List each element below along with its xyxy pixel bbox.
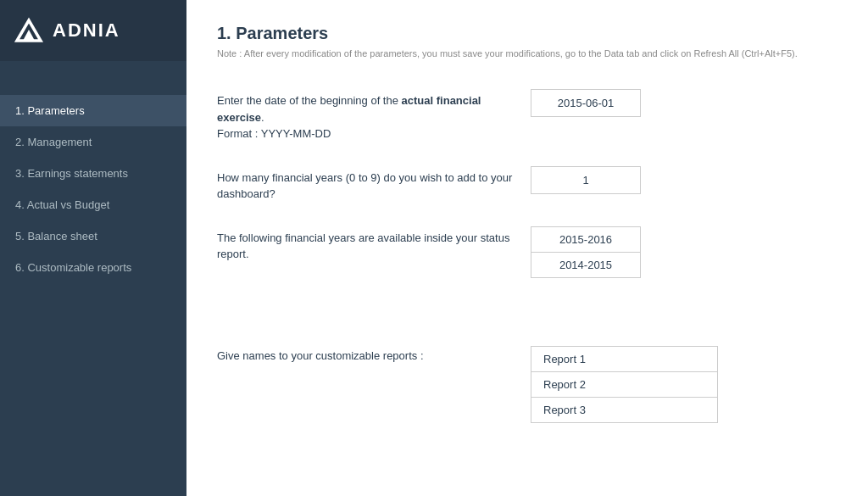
param-value-start-date[interactable]: 2015-06-01: [531, 89, 641, 117]
param-row-start-date: Enter the date of the beginning of the a…: [217, 89, 837, 142]
param-row-available-years: The following financial years are availa…: [217, 226, 837, 278]
sidebar-item-balance-sheet[interactable]: 5. Balance sheet: [0, 220, 186, 252]
param-value-available-years: 2015-2016 2014-2015: [531, 226, 641, 278]
param-label-financial-years: How many financial years (0 to 9) do you…: [217, 166, 531, 203]
adnia-logo-icon: [14, 15, 44, 46]
sidebar-item-management[interactable]: 2. Management: [0, 126, 186, 158]
param-row-financial-years: How many financial years (0 to 9) do you…: [217, 166, 837, 203]
report-cell-1[interactable]: Report 1: [531, 346, 718, 371]
available-year-1: 2015-2016: [531, 227, 640, 253]
sidebar-nav: 1. Parameters 2. Management 3. Earnings …: [0, 95, 186, 283]
bottom-label-reports: Give names to your customizable reports …: [217, 346, 531, 362]
sidebar-logo: ADNIA: [0, 0, 186, 61]
main-content: 1. Parameters Note : After every modific…: [186, 0, 868, 496]
sidebar-item-customizable-reports[interactable]: 6. Customizable reports: [0, 252, 186, 283]
logo-text: ADNIA: [53, 20, 120, 42]
sidebar-item-parameters[interactable]: 1. Parameters: [0, 95, 186, 126]
report-cell-3[interactable]: Report 3: [531, 397, 718, 422]
bottom-section: Give names to your customizable reports …: [217, 346, 837, 423]
report-row-3: Report 3: [531, 397, 718, 422]
report-row-2: Report 2: [531, 371, 718, 397]
page-title: 1. Parameters: [217, 24, 837, 43]
param-label-start-date: Enter the date of the beginning of the a…: [217, 89, 531, 142]
param-value-financial-years[interactable]: 1: [531, 166, 641, 194]
sidebar: ADNIA 1. Parameters 2. Management 3. Ear…: [0, 0, 186, 496]
svg-marker-1: [23, 30, 35, 41]
sidebar-item-actual-vs-budget[interactable]: 4. Actual vs Budget: [0, 189, 186, 220]
page-note: Note : After every modification of the p…: [217, 48, 837, 59]
report-row-1: Report 1: [531, 346, 718, 371]
sidebar-item-earnings[interactable]: 3. Earnings statements: [0, 158, 186, 189]
bottom-row-reports: Give names to your customizable reports …: [217, 346, 837, 423]
param-label-available-years: The following financial years are availa…: [217, 226, 531, 263]
available-year-2: 2014-2015: [531, 253, 640, 277]
report-cell-2[interactable]: Report 2: [531, 371, 718, 397]
report-table: Report 1 Report 2 Report 3: [531, 346, 718, 423]
